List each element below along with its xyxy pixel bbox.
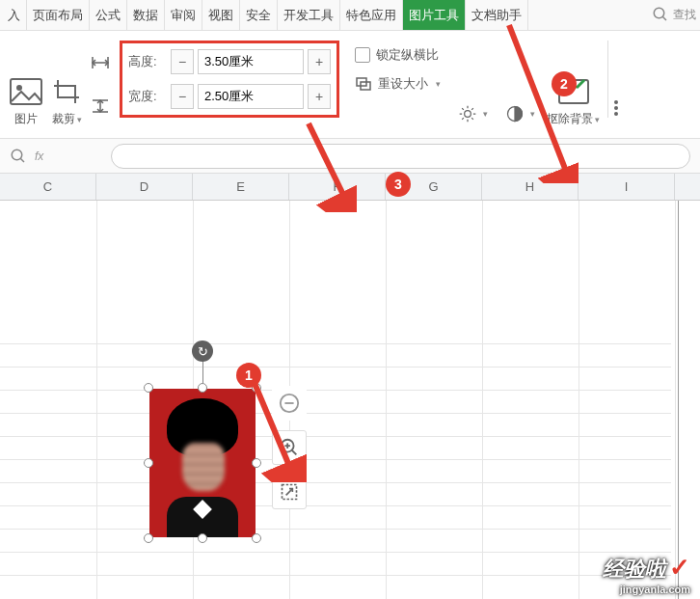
svg-line-1 [662, 16, 666, 20]
crop-button[interactable]: 裁剪▾ [46, 41, 87, 127]
tab-formula[interactable]: 公式 [90, 0, 127, 30]
svg-point-9 [614, 100, 618, 104]
fx-label: fx [35, 150, 43, 163]
width-decrease-button[interactable]: − [171, 84, 194, 109]
lock-aspect-label: 锁定纵横比 [376, 46, 439, 64]
width-label: 宽度: [128, 88, 167, 105]
brightness-button[interactable]: ▾ [458, 104, 488, 127]
width-input[interactable] [198, 84, 304, 109]
tab-insert-partial[interactable]: 入 [2, 0, 27, 30]
svg-line-22 [509, 25, 569, 178]
chevron-down-icon: ▾ [483, 109, 488, 119]
chevron-down-icon: ▾ [595, 115, 600, 124]
search-button[interactable]: 查找 [652, 6, 696, 23]
tab-data[interactable]: 数据 [127, 0, 165, 30]
formula-input[interactable] [111, 144, 690, 169]
col-header-i[interactable]: I [579, 174, 675, 200]
svg-point-6 [465, 111, 471, 118]
height-decrease-button[interactable]: − [171, 49, 194, 74]
picture-label: 图片 [14, 111, 38, 127]
chevron-down-icon: ▾ [436, 79, 441, 89]
svg-point-10 [614, 106, 618, 110]
annotation-badge-3: 3 [386, 172, 411, 197]
aspect-group: 锁定纵横比 重设大小 ▾ [339, 41, 450, 93]
reset-size-label: 重设大小 [378, 75, 428, 93]
expand-icon [280, 482, 299, 502]
resize-handle-ml[interactable] [144, 458, 153, 468]
size-panel-annotation: 高度: − + 宽度: − + [120, 41, 339, 118]
svg-point-3 [16, 85, 22, 91]
height-anchor-icon[interactable] [91, 55, 110, 70]
search-icon [652, 6, 669, 23]
tab-review[interactable]: 审阅 [165, 0, 202, 30]
vertical-scroll-hint [678, 201, 679, 599]
svg-line-23 [309, 123, 347, 203]
person-face-blurred [182, 443, 225, 491]
width-anchor-icon[interactable] [91, 98, 110, 114]
annotation-arrow-3 [299, 116, 357, 212]
picture-icon [10, 78, 42, 105]
more-icon [612, 95, 630, 122]
svg-line-21 [254, 381, 292, 473]
reset-size-button[interactable]: 重设大小 ▾ [355, 75, 441, 93]
width-increase-button[interactable]: + [308, 84, 331, 109]
watermark-check-icon: ✓ [669, 553, 690, 582]
width-row: 宽度: − + [128, 84, 331, 109]
resize-handle-bm[interactable] [198, 533, 207, 543]
watermark-url: jingyanla.com [603, 584, 690, 595]
crop-icon [50, 78, 83, 105]
col-header-c[interactable]: C [0, 174, 96, 200]
resize-handle-tm[interactable] [198, 383, 207, 393]
svg-point-11 [614, 112, 618, 116]
tab-developer[interactable]: 开发工具 [278, 0, 340, 30]
svg-rect-2 [11, 79, 41, 104]
chevron-down-icon: ▾ [77, 115, 82, 124]
height-label: 高度: [128, 53, 167, 70]
selected-image[interactable]: ↻ [149, 389, 256, 537]
sheet-grid[interactable]: ↻ [0, 201, 700, 599]
more-button[interactable] [612, 41, 633, 127]
name-box-icon[interactable] [10, 148, 27, 165]
reset-size-icon [355, 76, 372, 92]
picture-button[interactable]: 图片 [6, 41, 46, 127]
col-header-e[interactable]: E [193, 174, 289, 200]
rotate-handle[interactable]: ↻ [192, 340, 213, 362]
crop-label: 裁剪▾ [52, 111, 82, 127]
tab-page-layout[interactable]: 页面布局 [27, 0, 90, 30]
watermark: 经验啦 ✓ jingyanla.com [603, 553, 690, 595]
svg-point-12 [12, 150, 22, 160]
svg-point-0 [654, 8, 664, 18]
lock-aspect-checkbox[interactable] [355, 47, 370, 63]
sun-icon [458, 104, 477, 123]
watermark-title: 经验啦 [603, 557, 666, 581]
photo-content [149, 389, 256, 537]
tab-special-apps[interactable]: 特色应用 [340, 0, 403, 30]
search-label: 查找 [673, 7, 696, 23]
tab-picture-tools[interactable]: 图片工具 [403, 0, 466, 30]
tab-view[interactable]: 视图 [202, 0, 240, 30]
menu-tabs: 入 页面布局 公式 数据 审阅 视图 安全 开发工具 特色应用 图片工具 文档助… [0, 0, 700, 31]
lock-aspect-row[interactable]: 锁定纵横比 [355, 46, 441, 64]
annotation-arrow-2 [501, 19, 579, 183]
height-row: 高度: − + [128, 49, 331, 74]
resize-handle-bl[interactable] [144, 533, 153, 543]
annotation-arrow-1 [249, 376, 307, 482]
height-input[interactable] [198, 49, 304, 74]
tab-security[interactable]: 安全 [240, 0, 278, 30]
resize-handle-tl[interactable] [144, 383, 153, 393]
col-header-d[interactable]: D [96, 174, 193, 200]
height-increase-button[interactable]: + [308, 49, 331, 74]
svg-line-13 [20, 158, 24, 162]
resize-handle-br[interactable] [252, 533, 261, 543]
